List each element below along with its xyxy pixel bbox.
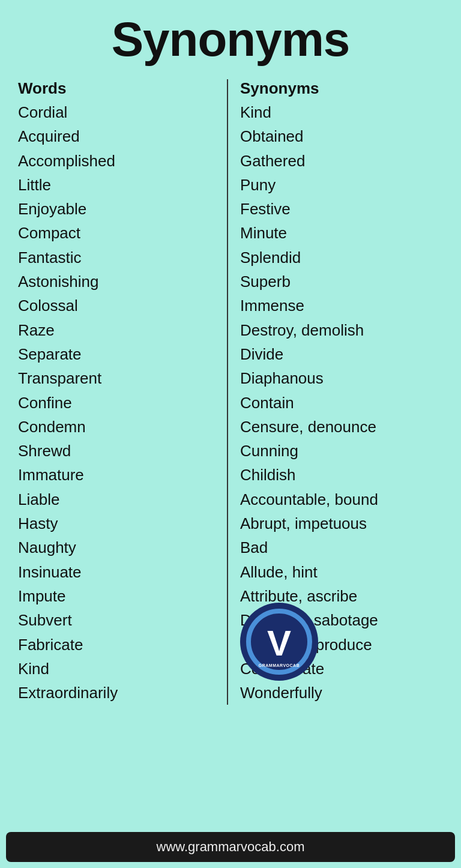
synonym-item: Superb [240, 270, 443, 294]
synonym-item: Diaphanous [240, 366, 443, 390]
word-item: Naughty [18, 535, 221, 559]
word-item: Transparent [18, 366, 221, 390]
synonym-item: Accountable, bound [240, 487, 443, 511]
synonym-item: Splendid [240, 246, 443, 270]
word-item: Separate [18, 342, 221, 366]
logo-area: V GRAMMARVOCAB [240, 603, 318, 681]
word-item: Raze [18, 318, 221, 342]
word-item: Subvert [18, 608, 221, 632]
footer: www.grammarvocab.com [6, 832, 455, 862]
synonym-item: Kind [240, 100, 443, 124]
word-item: Cordial [18, 100, 221, 124]
logo-circle: V GRAMMARVOCAB [240, 603, 318, 681]
word-item: Acquired [18, 124, 221, 148]
word-item: Condemn [18, 415, 221, 439]
words-header: Words [18, 79, 221, 98]
main-container: Synonyms Words CordialAcquiredAccomplish… [0, 0, 461, 827]
word-item: Impute [18, 584, 221, 608]
synonym-item: Bad [240, 535, 443, 559]
synonym-item: Gathered [240, 149, 443, 173]
synonym-item: Contain [240, 391, 443, 415]
synonyms-header: Synonyms [240, 79, 443, 98]
word-item: Hasty [18, 511, 221, 535]
synonym-item: Allude, hint [240, 560, 443, 584]
synonyms-column: Synonyms KindObtainedGatheredPunyFestive… [228, 79, 443, 705]
word-item: Astonishing [18, 270, 221, 294]
synonym-item: Childish [240, 463, 443, 487]
synonym-item: Wonderfully [240, 681, 443, 705]
page-title: Synonyms [18, 12, 443, 67]
word-item: Immature [18, 463, 221, 487]
word-item: Fantastic [18, 246, 221, 270]
synonym-item: Cunning [240, 439, 443, 463]
word-item: Enjoyable [18, 197, 221, 221]
synonym-item: Censure, denounce [240, 415, 443, 439]
word-item: Extraordinarily [18, 681, 221, 705]
word-item: Little [18, 173, 221, 197]
word-item: Fabricate [18, 633, 221, 657]
synonym-item: Destroy, demolish [240, 318, 443, 342]
word-item: Compact [18, 221, 221, 245]
words-column: Words CordialAcquiredAccomplishedLittleE… [18, 79, 228, 705]
word-item: Kind [18, 657, 221, 681]
synonym-item: Minute [240, 221, 443, 245]
synonym-item: Abrupt, impetuous [240, 511, 443, 535]
word-item: Accomplished [18, 149, 221, 173]
synonym-item: Immense [240, 294, 443, 318]
synonym-item: Obtained [240, 124, 443, 148]
word-item: Confine [18, 391, 221, 415]
synonym-item: Divide [240, 342, 443, 366]
footer-url: www.grammarvocab.com [157, 839, 305, 854]
synonym-table: Words CordialAcquiredAccomplishedLittleE… [18, 79, 443, 705]
logo-text: GRAMMARVOCAB [259, 663, 300, 668]
word-item: Liable [18, 487, 221, 511]
word-item: Insinuate [18, 560, 221, 584]
word-item: Colossal [18, 294, 221, 318]
word-item: Shrewd [18, 439, 221, 463]
synonym-item: Puny [240, 173, 443, 197]
synonym-item: Festive [240, 197, 443, 221]
